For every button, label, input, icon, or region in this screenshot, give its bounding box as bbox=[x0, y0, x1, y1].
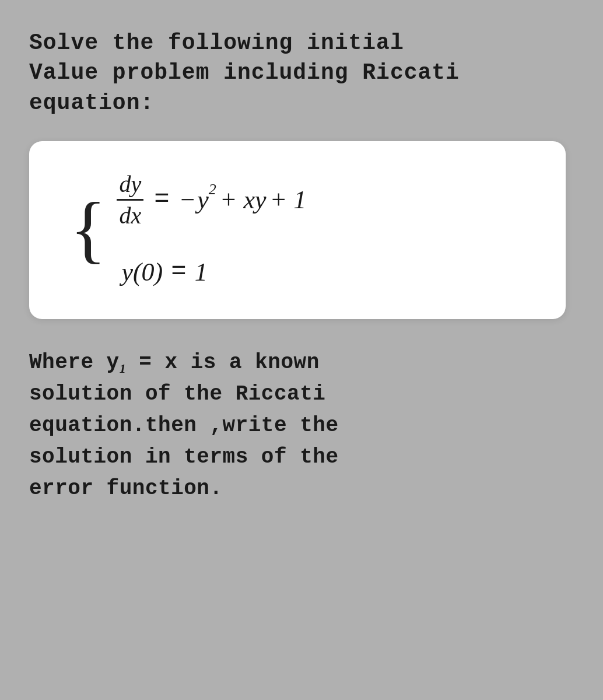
negative-sign: − bbox=[179, 185, 197, 215]
initial-condition: y(0) = 1 bbox=[117, 257, 306, 287]
title-line1: Solve the following initial bbox=[29, 28, 460, 58]
numerator-dy: dy bbox=[117, 170, 143, 201]
y-zero-expr: y(0) bbox=[121, 257, 163, 287]
title-line2: Value problem including Riccati bbox=[29, 58, 460, 88]
left-brace: { bbox=[70, 191, 100, 267]
desc-line5: error function. bbox=[29, 473, 338, 505]
denominator-dx: dx bbox=[117, 201, 143, 229]
one-value: 1 bbox=[195, 257, 208, 287]
plus-xy: + xy bbox=[220, 185, 267, 215]
y-squared: y2 bbox=[197, 185, 216, 215]
equals-sign2: = bbox=[171, 257, 186, 286]
rhs-expression: −y2+ xy+ 1 bbox=[179, 185, 307, 215]
description-text: Where y1 = x is a known solution of the … bbox=[29, 347, 338, 505]
equations: dy dx = −y2+ xy+ 1 y(0) = 1 bbox=[117, 170, 306, 287]
desc-line3: equation.then ,write the bbox=[29, 410, 338, 442]
desc-line2: solution of the Riccati bbox=[29, 379, 338, 410]
equation-system: { dy dx = −y2+ xy+ 1 y(0) = 1 bbox=[70, 170, 531, 287]
plus-one: + 1 bbox=[270, 185, 307, 215]
title-line3: equation: bbox=[29, 88, 460, 118]
fraction-dy-dx: dy dx bbox=[117, 170, 143, 229]
desc-line1: Where y1 = x is a known bbox=[29, 347, 338, 379]
equals-sign: = bbox=[154, 185, 169, 214]
equation-box: { dy dx = −y2+ xy+ 1 y(0) = 1 bbox=[29, 141, 566, 319]
desc-line4: solution in terms of the bbox=[29, 442, 338, 473]
main-title: Solve the following initial Value proble… bbox=[29, 28, 460, 118]
differential-equation: dy dx = −y2+ xy+ 1 bbox=[117, 170, 306, 229]
